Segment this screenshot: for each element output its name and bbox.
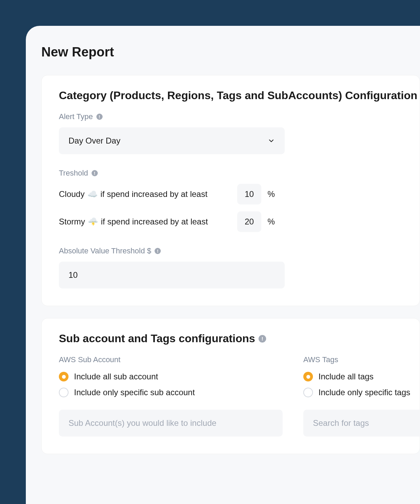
tags-label: AWS Tags [303,355,420,364]
radio-button-unselected [303,388,313,397]
sub-account-radio-all[interactable]: Include all sub account [59,372,283,381]
cloudy-name: Cloudy [59,189,85,199]
tags-column: AWS Tags Include all tags Include only s… [303,355,420,437]
info-icon[interactable] [96,114,103,120]
sub-account-radio-group: Include all sub account Include only spe… [59,372,283,397]
subaccount-tags-card: Sub account and Tags configurations AWS … [41,318,420,454]
cloudy-value-input[interactable] [237,184,261,204]
info-icon[interactable] [92,170,98,176]
tags-radio-all[interactable]: Include all tags [303,372,420,381]
sub-account-radio-specific[interactable]: Include only specific sub account [59,388,283,397]
stormy-threshold-text: Stormy 🌩️ if spend increased by at least [59,217,231,227]
cloudy-threshold-row: Cloudy ☁️ if spend increased by at least… [59,184,402,204]
stormy-unit: % [267,217,275,227]
cloudy-desc: if spend increased by at least [101,189,208,199]
alert-type-label-text: Alert Type [59,112,93,121]
page-title: New Report [41,45,420,60]
chevron-down-icon [267,137,275,145]
subaccount-tags-title-text: Sub account and Tags configurations [59,332,255,345]
tags-option1-label: Include all tags [318,372,374,381]
threshold-label-text: Treshold [59,169,88,178]
stormy-name: Stormy [59,217,85,227]
category-config-title: Category (Products, Regions, Tags and Su… [59,89,402,102]
absolute-threshold-label-text: Absolute Value Threshold $ [59,246,151,255]
sub-account-option1-label: Include all sub account [74,372,158,381]
threshold-section: Cloudy ☁️ if spend increased by at least… [59,184,402,232]
sub-account-column: AWS Sub Account Include all sub account … [59,355,283,437]
stormy-desc: if spend increased by at least [101,217,208,227]
stormy-value-input[interactable] [237,211,261,232]
tags-option2-label: Include only specific tags [318,388,410,397]
cloudy-threshold-text: Cloudy ☁️ if spend increased by at least [59,189,231,199]
radio-button-selected [303,372,313,381]
sub-account-option2-label: Include only specific sub account [74,388,195,397]
page-container: New Report Category (Products, Regions, … [26,26,420,504]
cloud-icon: ☁️ [87,189,98,199]
absolute-threshold-input[interactable] [59,262,285,288]
category-config-card: Category (Products, Regions, Tags and Su… [41,75,420,306]
cloudy-unit: % [267,189,275,199]
alert-type-label: Alert Type [59,112,402,121]
info-icon[interactable] [155,248,161,254]
subaccount-tags-title: Sub account and Tags configurations [59,332,402,345]
sub-account-search-input[interactable] [59,410,283,437]
radio-button-selected [59,372,69,381]
tags-radio-group: Include all tags Include only specific t… [303,372,420,397]
alert-type-value: Day Over Day [69,136,120,146]
absolute-threshold-label: Absolute Value Threshold $ [59,246,402,255]
columns-container: AWS Sub Account Include all sub account … [59,355,402,437]
tags-radio-specific[interactable]: Include only specific tags [303,388,420,397]
tags-search-input[interactable] [303,410,420,437]
threshold-label: Treshold [59,169,402,178]
sub-account-label: AWS Sub Account [59,355,283,364]
info-icon[interactable] [259,335,266,343]
radio-inner-dot [62,375,66,379]
radio-button-unselected [59,388,69,397]
radio-inner-dot [306,375,310,379]
alert-type-select[interactable]: Day Over Day [59,127,285,154]
stormy-threshold-row: Stormy 🌩️ if spend increased by at least… [59,211,402,232]
storm-icon: 🌩️ [88,217,98,227]
